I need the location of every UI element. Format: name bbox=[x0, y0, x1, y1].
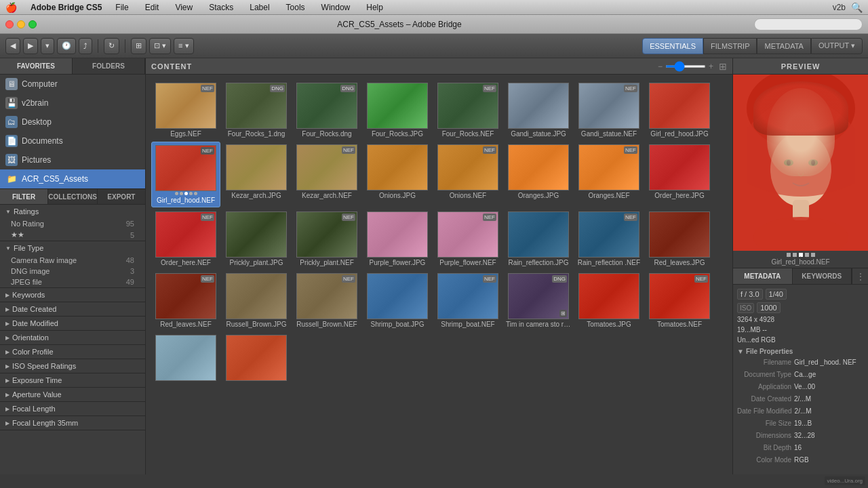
thumb-onions-nef[interactable]: NEF Onions.NEF bbox=[433, 142, 502, 207]
menu-label[interactable]: Label bbox=[247, 2, 272, 13]
filter-row-two-star[interactable]: ★★ 5 bbox=[0, 229, 145, 241]
meta-menu-icon[interactable]: ⋮ bbox=[852, 268, 868, 284]
back-button[interactable]: ◀ bbox=[5, 38, 20, 54]
workspace-filmstrip[interactable]: FILMSTRIP bbox=[703, 38, 757, 54]
nav-item-acr-assets[interactable]: 📁 ACR_CS5_Assets bbox=[0, 169, 145, 188]
thumb-girl-jpg[interactable]: Girl_red_hood.JPG bbox=[645, 80, 714, 140]
thumb-leaves-jpg[interactable]: Red_leaves.JPG bbox=[645, 209, 714, 269]
filter-date-modified-header[interactable]: ▶ Date Modified bbox=[0, 317, 145, 330]
menu-help[interactable]: Help bbox=[363, 2, 386, 13]
new-window-button[interactable]: ⊞ bbox=[131, 38, 146, 54]
forward-button[interactable]: ▶ bbox=[23, 38, 38, 54]
thumb-four-rocks-dng[interactable]: DNG Four_Rocks.dng bbox=[292, 80, 361, 140]
thumb-eggs-nef[interactable]: NEF Eggs.NEF bbox=[151, 80, 220, 140]
menu-stacks[interactable]: Stacks bbox=[206, 2, 236, 13]
tab-collections[interactable]: COLLECTIONS bbox=[48, 189, 98, 204]
menu-file[interactable]: File bbox=[113, 2, 131, 13]
menu-window[interactable]: Window bbox=[319, 2, 353, 13]
tab-export[interactable]: EXPORT bbox=[98, 189, 145, 204]
thumb-four-rocks-jpg[interactable]: Four_Rocks.JPG bbox=[363, 80, 432, 140]
thumb-img-orangesjpg bbox=[508, 144, 569, 190]
thumb-four-rocks-nef[interactable]: NEF Four_Rocks.NEF bbox=[433, 80, 502, 140]
tab-keywords[interactable]: KEYWORDS bbox=[793, 268, 852, 284]
thumb-leaves-nef[interactable]: NEF Red_leaves.NEF bbox=[151, 270, 220, 331]
filter-iso-header[interactable]: ▶ ISO Speed Ratings bbox=[0, 359, 145, 373]
thumb-gandi-nef[interactable]: NEF Gandi_statue.NEF bbox=[574, 80, 644, 140]
thumb-kezar-nef[interactable]: NEF Kezar_arch.NEF bbox=[292, 142, 361, 207]
recent-button[interactable]: 🕐 bbox=[57, 38, 76, 54]
thumb-oranges-nef[interactable]: NEF Oranges.NEF bbox=[574, 142, 644, 207]
thumb-church1[interactable] bbox=[151, 332, 220, 385]
filter-ratings-header[interactable]: ▼ Ratings bbox=[0, 205, 145, 218]
nav-item-v2brain[interactable]: 💾 v2brain bbox=[0, 94, 145, 113]
search-input[interactable] bbox=[759, 20, 847, 28]
sort-button[interactable]: ≡ ▾ bbox=[174, 38, 193, 54]
close-button[interactable] bbox=[5, 20, 14, 28]
view-button[interactable]: ⊡ ▾ bbox=[149, 38, 171, 54]
thumb-rain-nef[interactable]: NEF Rain_reflection .NEF bbox=[574, 209, 644, 269]
filter-exposure-header[interactable]: ▶ Exposure Time bbox=[0, 373, 145, 387]
thumb-prickly-nef[interactable]: NEF Prickly_plant.NEF bbox=[292, 209, 361, 269]
filter-focal-header[interactable]: ▶ Focal Length bbox=[0, 402, 145, 415]
filter-date-created-header[interactable]: ▶ Date Created bbox=[0, 302, 145, 316]
file-properties-header[interactable]: ▼ File Properties bbox=[737, 348, 864, 355]
tab-folders[interactable]: FOLDERS bbox=[73, 58, 145, 74]
nav-item-desktop[interactable]: 🗂 Desktop bbox=[0, 113, 145, 131]
filter-row-camera-raw[interactable]: Camera Raw image 48 bbox=[0, 255, 145, 266]
zoom-slider[interactable] bbox=[665, 65, 706, 68]
thumb-rain-jpg[interactable]: Rain_reflection.JPG bbox=[504, 209, 573, 269]
nav-item-pictures[interactable]: 🖼 Pictures bbox=[0, 150, 145, 169]
thumb-shrimp-jpg[interactable]: Shrimp_boat.JPG bbox=[363, 270, 432, 331]
thumb-russell-jpg[interactable]: Russell_Brown.JPG bbox=[222, 270, 291, 331]
filter-color-profile-header[interactable]: ▶ Color Profile bbox=[0, 345, 145, 359]
filter-orientation-header[interactable]: ▶ Orientation bbox=[0, 331, 145, 344]
tab-filter[interactable]: FILTER bbox=[0, 189, 48, 204]
search-box[interactable] bbox=[754, 18, 863, 30]
search-icon[interactable]: 🔍 bbox=[851, 2, 863, 13]
thumb-tomatoes-nef[interactable]: NEF Tomatoes.NEF bbox=[645, 270, 714, 331]
thumb-shrimp-nef[interactable]: NEF Shrimp_boat.NEF bbox=[433, 270, 502, 331]
minimize-button[interactable] bbox=[17, 20, 25, 28]
thumb-onions-jpg[interactable]: Onions.JPG bbox=[363, 142, 432, 207]
reveal-button[interactable]: ⤴ bbox=[79, 38, 92, 54]
thumb-tomatoes-jpg[interactable]: Tomatoes.JPG bbox=[574, 270, 644, 331]
thumb-four-rocks-1-dng[interactable]: DNG Four_Rocks_1.dng bbox=[222, 80, 291, 140]
thumb-russell-nef[interactable]: NEF Russell_Brown.NEF bbox=[292, 270, 361, 331]
workspace-essentials[interactable]: ESSENTIALS bbox=[642, 38, 703, 54]
zoom-in-icon[interactable]: + bbox=[709, 62, 713, 71]
apple-menu[interactable]: 🍎 bbox=[5, 2, 17, 13]
workspace-metadata[interactable]: METADATA bbox=[757, 38, 810, 54]
filter-aperture-header[interactable]: ▶ Aperture Value bbox=[0, 388, 145, 401]
filter-keywords-header[interactable]: ▶ Keywords bbox=[0, 288, 145, 302]
filter-filetype-header[interactable]: ▼ File Type bbox=[0, 241, 145, 255]
workspace-output[interactable]: OUTPUT ▾ bbox=[811, 38, 863, 54]
filter-row-dng[interactable]: DNG image 3 bbox=[0, 266, 145, 277]
thumb-order-nef[interactable]: NEF Order_here.NEF bbox=[151, 209, 220, 269]
filter-row-jpeg[interactable]: JPEG file 49 bbox=[0, 277, 145, 287]
filter-row-no-rating[interactable]: No Rating 95 bbox=[0, 218, 145, 229]
menu-tools[interactable]: Tools bbox=[283, 2, 308, 13]
grid-view-icon[interactable]: ⊞ bbox=[719, 61, 727, 72]
filter-focal35-header[interactable]: ▶ Focal Length 35mm bbox=[0, 416, 145, 430]
nav-dropdown-button[interactable]: ▾ bbox=[41, 38, 54, 54]
menu-edit[interactable]: Edit bbox=[142, 2, 162, 13]
thumb-tim-dng[interactable]: DNG ⊞ Tim in camera sto re.dng bbox=[504, 270, 573, 331]
zoom-out-icon[interactable]: − bbox=[658, 62, 663, 71]
thumb-flower-jpg[interactable]: Purple_flower.JPG bbox=[363, 209, 432, 269]
refresh-button[interactable]: ↻ bbox=[104, 38, 119, 54]
thumb-order-jpg[interactable]: Order_here.JPG bbox=[645, 142, 714, 207]
thumb-kezar-jpg[interactable]: Kezar_arch.JPG bbox=[222, 142, 291, 207]
thumb-gandi-jpg[interactable]: Gandi_statue.JPG bbox=[504, 80, 573, 140]
thumb-apple1[interactable] bbox=[222, 332, 291, 385]
thumb-oranges-jpg[interactable]: Oranges.JPG bbox=[504, 142, 573, 207]
nav-item-computer[interactable]: 🖥 Computer bbox=[0, 75, 145, 94]
nav-item-documents[interactable]: 📄 Documents bbox=[0, 131, 145, 150]
thumb-prickly-jpg[interactable]: Prickly_plant.JPG bbox=[222, 209, 291, 269]
nav-label-desktop: Desktop bbox=[22, 117, 52, 127]
thumb-girl-nef[interactable]: NEF Girl_red_hood.NEF bbox=[151, 142, 220, 207]
tab-metadata[interactable]: METADATA bbox=[733, 268, 793, 284]
menu-view[interactable]: View bbox=[172, 2, 195, 13]
thumb-flower-nef[interactable]: NEF Purple_flower.NEF bbox=[433, 209, 502, 269]
maximize-button[interactable] bbox=[28, 20, 37, 28]
tab-favorites[interactable]: FAVORITES bbox=[0, 58, 73, 74]
